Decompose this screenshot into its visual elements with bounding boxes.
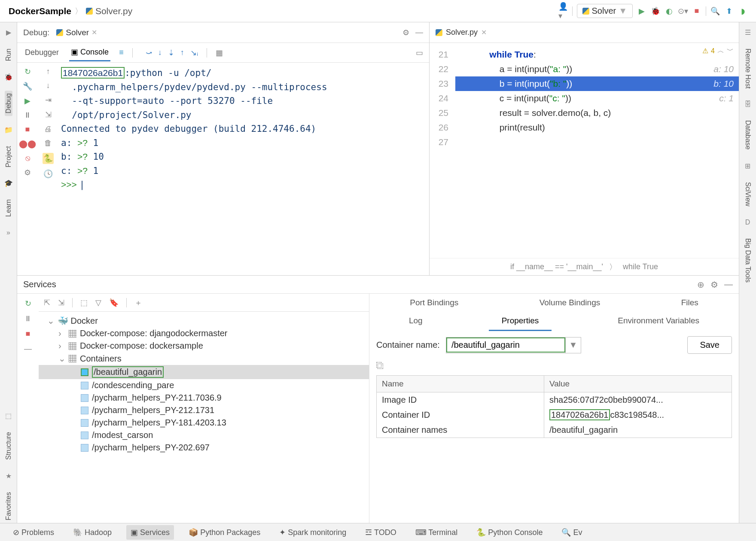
col-value[interactable]: Value (544, 376, 732, 392)
run-button[interactable]: ▶ (637, 6, 646, 16)
detail-tab[interactable]: Files (668, 294, 711, 312)
detail-tab[interactable]: Properties (489, 312, 552, 331)
mute-breakpoints-icon[interactable]: ⦸ (25, 154, 30, 163)
minimize-icon[interactable]: — (724, 280, 733, 290)
save-button[interactable]: Save (687, 336, 732, 354)
extension-icon[interactable]: ◗ (738, 6, 747, 16)
debug-button[interactable]: 🐞 (651, 6, 660, 16)
table-row[interactable]: Container ID1847026a26b1c83c198548... (377, 407, 732, 422)
close-icon[interactable]: ✕ (91, 28, 97, 36)
bottom-tab[interactable]: 📦 Python Packages (184, 525, 265, 540)
scroll-icon[interactable]: ⇲ (45, 110, 52, 119)
col-name[interactable]: Name (377, 376, 544, 392)
tree-container-item[interactable]: /beautiful_gagarin (39, 365, 369, 379)
tab-database[interactable]: Database (744, 118, 752, 152)
update-button[interactable]: ⬆ (724, 6, 734, 16)
code-line[interactable]: c = int(input("c: "))c: 1 (455, 91, 739, 106)
collapse-icon[interactable]: — (24, 344, 32, 353)
bookmark-icon[interactable]: 🔖 (109, 298, 119, 307)
tab-remote[interactable]: Remote Host (744, 46, 752, 91)
breadcrumb-project[interactable]: DockerSample (9, 6, 71, 16)
group-icon[interactable]: ⬚ (80, 298, 88, 307)
pyconsole-icon[interactable]: 🐍 (43, 153, 54, 164)
pause-icon[interactable]: ⏸ (24, 111, 31, 120)
tab-project[interactable]: Project (5, 143, 12, 170)
tree-containers[interactable]: ⌄ Containers (39, 352, 369, 365)
editor-breadcrumb[interactable]: if __name__ == '__main__' 〉 while True (430, 258, 739, 275)
code-line[interactable]: a = int(input("a: "))a: 10 (455, 62, 739, 76)
up-icon[interactable]: ↑ (46, 67, 50, 76)
bottom-tab[interactable]: 🔍 Ev (557, 525, 586, 540)
tree-compose-item[interactable]: › Docker-compose: dockersample (39, 340, 369, 352)
tree-container-item[interactable]: /pycharm_helpers_PY-211.7036.9 (39, 392, 369, 404)
expand-all-icon[interactable]: ⇱ (44, 298, 50, 307)
tab-debug[interactable]: Debug (5, 91, 12, 116)
close-icon[interactable]: ✕ (481, 28, 487, 36)
evaluate-icon[interactable]: ▦ (216, 48, 223, 58)
tree-container-item[interactable]: /condescending_pare (39, 379, 369, 392)
code-line[interactable]: print(result) (455, 120, 739, 135)
resume-icon[interactable]: ▶ (24, 96, 30, 106)
project-tool-icon[interactable]: 📁 (4, 126, 13, 134)
tab-sciview[interactable]: SciView (744, 179, 752, 209)
bigdata-icon[interactable]: D (745, 219, 750, 226)
debug-console[interactable]: 1847026a26b1:python -u /opt/ .pycharm_he… (58, 63, 429, 275)
breadcrumb-file[interactable]: Solver.py (86, 6, 132, 16)
code-line[interactable]: while True: (455, 47, 739, 62)
structure-tool-icon[interactable]: ⬚ (5, 412, 12, 420)
wrench-icon[interactable]: 🔧 (23, 82, 32, 91)
layout-icon[interactable]: ▭ (416, 48, 423, 58)
tree-compose-item[interactable]: › Docker-compose: djangodockermaster (39, 327, 369, 340)
line-gutter[interactable]: 21222324252627 (430, 43, 455, 258)
profile-button[interactable]: ⊙▾ (678, 6, 688, 16)
add-icon[interactable]: ＋ (134, 298, 142, 308)
detail-tab[interactable]: Environment Variables (605, 312, 712, 331)
tree-container-item[interactable]: /pycharm_helpers_PY-212.1731 (39, 404, 369, 416)
history-icon[interactable]: 🕓 (43, 169, 53, 179)
tab-structure[interactable]: Structure (5, 429, 12, 462)
tab-favorites[interactable]: Favorites (5, 489, 12, 523)
step-into-icon[interactable]: ↓ (158, 48, 162, 58)
bottom-tab[interactable]: ⌨ Terminal (411, 525, 462, 540)
down-icon[interactable]: ↓ (46, 81, 50, 90)
bottom-tab[interactable]: ✦ Spark monitoring (275, 525, 351, 540)
detail-tab[interactable]: Port Bindings (397, 294, 471, 312)
stop-icon[interactable]: ■ (26, 329, 30, 338)
filter-icon[interactable]: ▽ (95, 298, 101, 307)
debug-run-tab[interactable]: Solver ✕ (56, 28, 97, 37)
step-out-icon[interactable]: ↑ (180, 48, 184, 58)
step-into-my-icon[interactable]: ⇣ (168, 48, 174, 58)
detail-tab[interactable]: Volume Bindings (527, 294, 613, 312)
code-area[interactable]: while True: a = int(input("a: "))a: 10 b… (455, 43, 739, 258)
table-row[interactable]: Container names/beautiful_gagarin (377, 422, 732, 438)
rerun-icon[interactable]: ↻ (24, 67, 31, 76)
collapse-all-icon[interactable]: ⇲ (58, 298, 64, 307)
tree-container-item[interactable]: /pycharm_helpers_PY-181.4203.13 (39, 416, 369, 429)
gear-icon[interactable]: ⚙ (402, 28, 409, 37)
table-row[interactable]: Image IDsha256:07d72c0beb990074... (377, 392, 732, 407)
editor-tab[interactable]: Solver.py (446, 28, 478, 37)
bottom-tab[interactable]: 🐘 Hadoop (69, 525, 116, 540)
run-config-selector[interactable]: Solver ▼ (577, 4, 633, 18)
trash-icon[interactable]: 🗑 (44, 139, 52, 148)
search-icon[interactable]: 🔍 (710, 6, 720, 16)
threads-icon[interactable]: ≡ (119, 48, 124, 57)
bottom-tab[interactable]: ▣ Services (126, 525, 174, 540)
code-line[interactable]: result = solver.demo(a, b, c) (455, 106, 739, 120)
run-tool-icon[interactable]: ▶ (6, 28, 11, 36)
learn-tool-icon[interactable]: 🎓 (4, 179, 13, 187)
stop-button[interactable]: ■ (692, 6, 701, 16)
code-line[interactable] (455, 135, 739, 149)
debugger-subtab[interactable]: Debugger (23, 45, 61, 61)
stop-icon[interactable]: ■ (25, 125, 30, 134)
breakpoints-icon[interactable]: ⬤⬤ (19, 139, 36, 149)
bottom-tab[interactable]: 🐍 Python Console (472, 525, 547, 540)
coverage-button[interactable]: ◐ (665, 6, 674, 16)
tree-docker-root[interactable]: ⌄🐳 Docker (39, 314, 369, 327)
sciview-icon[interactable]: ⊞ (745, 162, 750, 170)
tab-learn[interactable]: Learn (5, 197, 12, 219)
bottom-tab[interactable]: ☲ TODO (361, 525, 400, 540)
tree-container-item[interactable]: /modest_carson (39, 429, 369, 441)
tree-container-item[interactable]: /pycharm_helpers_PY-202.697 (39, 441, 369, 454)
container-name-input[interactable] (446, 337, 565, 353)
